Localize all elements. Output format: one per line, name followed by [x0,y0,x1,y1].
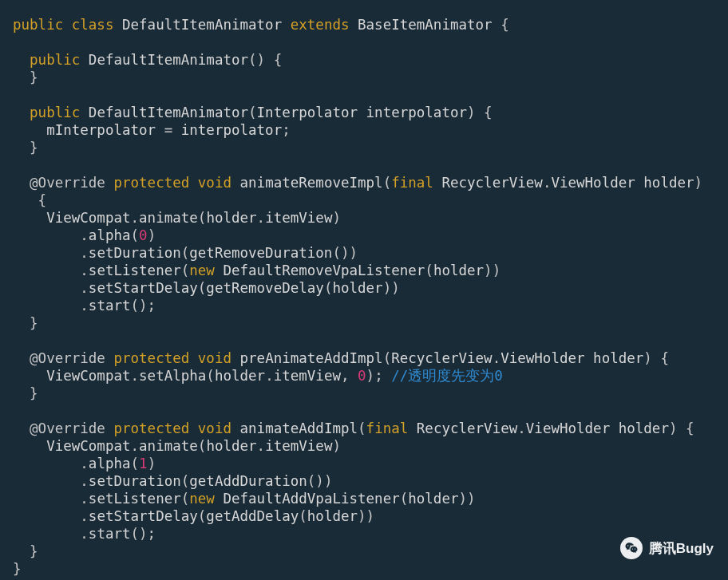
punc: ( [400,491,409,507]
punc: )) [358,508,374,524]
punc: . [80,298,89,314]
id-holder: holder [215,368,265,384]
anno-override: @Override [30,175,105,191]
brace: } [30,543,38,559]
id-vh: ViewHolder [500,350,584,366]
kw-public: public [13,17,63,33]
punc: ()) [307,473,333,489]
id-start: start [89,526,131,542]
id-itemview: itemView [265,210,332,226]
id-holder: holder [433,262,484,278]
punc: )) [458,491,475,507]
brace: { [274,52,283,68]
id-ctor2: DefaultItemAnimator [89,105,248,120]
brace: { [484,105,493,120]
id-setdur: setDuration [89,245,181,261]
punc: ( [425,262,433,278]
punc: )) [484,262,500,278]
punc: ( [131,456,140,471]
punc: ) [467,105,476,120]
id-holder: holder [643,175,694,191]
punc: ( [248,105,257,120]
punc: . [80,491,89,507]
kw-final: final [366,420,409,436]
punc: . [80,526,89,542]
brace: } [30,69,38,85]
id-animate: animate [139,438,198,454]
brace: { [38,192,47,208]
id-setstart: setStartDelay [89,508,198,524]
id-base: BaseItemAnimator [358,17,493,33]
id-getadddur: getAddDuration [189,473,307,489]
id-holder: holder [332,280,382,296]
id-getremdelay: getRemoveDelay [206,280,324,296]
punc: . [131,368,140,384]
punc: ; [282,122,291,138]
punc: . [257,438,266,454]
brace: } [30,315,38,331]
num-0: 0 [139,227,148,243]
id-holder: holder [408,491,458,507]
punc: ( [181,245,190,261]
id-defaddvpa: DefaultAddVpaListener [223,491,399,507]
punc: (); [131,298,156,314]
punc: ( [198,210,207,226]
id-start: start [89,298,131,314]
kw-protected: protected [113,175,189,191]
code-block: public class DefaultItemAnimator extends… [0,0,728,578]
punc: ( [181,491,190,507]
id-viewcompat: ViewCompat [46,368,130,384]
punc: . [517,420,526,436]
brace: { [660,350,669,366]
id-holder: holder [307,508,358,524]
id-holder: holder [593,350,643,366]
punc: . [257,210,266,226]
id-interp-arg: interpolator [366,105,467,120]
id-interp-rhs: interpolator [181,122,282,138]
id-defremvpa: DefaultRemoveVpaListener [223,262,425,278]
punc: ) [332,210,341,226]
punc: () [248,52,265,68]
id-rv: RecyclerView [417,420,517,436]
id-minterp: mInterpolator [46,122,156,138]
punc: ( [206,368,215,384]
punc: ( [324,280,333,296]
id-alpha: alpha [89,456,131,471]
brace: } [13,561,22,577]
punc: ); [366,368,383,384]
id-getremdur: getRemoveDuration [189,245,332,261]
punc: ( [383,175,392,191]
anno-override: @Override [30,350,105,366]
punc: )) [383,280,400,296]
anno-override: @Override [30,420,105,436]
punc: . [543,175,552,191]
punc: , [341,368,350,384]
punc: = [164,122,173,138]
brace: { [500,17,509,33]
id-setalpha: setAlpha [139,368,206,384]
kw-void: void [198,175,231,191]
id-viewcompat: ViewCompat [46,438,130,454]
punc: ( [181,262,190,278]
kw-new: new [189,491,215,507]
punc: ( [131,227,140,243]
punc: ) [694,175,703,191]
comment: //透明度先变为0 [391,368,503,384]
punc: ()) [332,245,358,261]
id-interp-type: Interpolator [257,105,358,120]
id-holder: holder [206,438,256,454]
punc: . [80,456,89,471]
kw-public: public [30,52,80,68]
id-holder: holder [619,420,669,436]
kw-void: void [198,420,231,436]
punc: . [80,508,89,524]
id-animRemove: animateRemoveImpl [240,175,383,191]
punc: ) [669,420,678,436]
punc: . [493,350,501,366]
punc: . [265,368,274,384]
id-rv: RecyclerView [391,350,492,366]
kw-protected: protected [113,420,189,436]
id-vh: ViewHolder [551,175,635,191]
id-setlis: setListener [89,491,181,507]
id-setstart: setStartDelay [89,280,198,296]
